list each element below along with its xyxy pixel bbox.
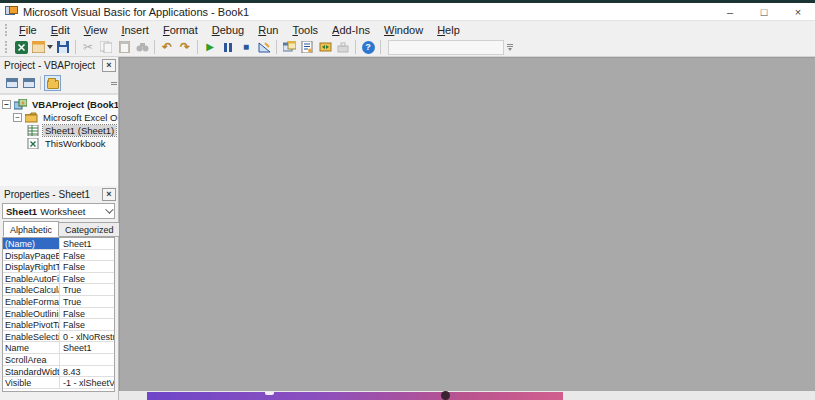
properties-panel-title: Properties - Sheet1 [4, 189, 90, 200]
property-value[interactable]: Sheet1 [60, 342, 114, 353]
property-name: EnableCalculation [3, 284, 60, 295]
menu-debug[interactable]: Debug [205, 23, 251, 37]
tab-categorized[interactable]: Categorized [58, 222, 121, 237]
view-excel-button[interactable] [12, 39, 30, 56]
toolbar-overflow-button[interactable] [505, 40, 514, 55]
property-row[interactable]: EnablePivotTable False [3, 319, 114, 331]
menu-window[interactable]: Window [377, 23, 430, 37]
property-row[interactable]: DisplayPageBreak False [3, 250, 114, 262]
view-code-button[interactable] [3, 75, 20, 91]
property-row[interactable]: ScrollArea [3, 354, 114, 366]
property-row[interactable]: EnableSelection 0 - xlNoRestricti [3, 331, 114, 343]
property-row[interactable]: Visible -1 - xlSheetVisib [3, 377, 114, 389]
reset-icon: ■ [243, 42, 249, 52]
toggle-folders-button[interactable] [44, 75, 61, 91]
menu-insert[interactable]: Insert [114, 23, 156, 37]
tree-item-thisworkbook[interactable]: ThisWorkbook [0, 137, 118, 150]
object-selector-dropdown[interactable]: Sheet1 Worksheet [2, 203, 115, 219]
property-value[interactable] [60, 354, 114, 365]
property-value[interactable]: True [60, 284, 114, 295]
run-button[interactable]: ▶ [201, 39, 219, 56]
menu-view[interactable]: View [77, 23, 115, 37]
view-object-icon [23, 78, 35, 88]
property-value[interactable]: False [60, 273, 114, 284]
redo-button[interactable]: ↷ [176, 39, 194, 56]
menu-file[interactable]: File [12, 23, 44, 37]
property-value[interactable]: 0 - xlNoRestricti [60, 331, 114, 342]
tree-item-vbaproject[interactable]: − VBAProject (Book1) [0, 98, 118, 111]
undo-button[interactable]: ↶ [158, 39, 176, 56]
property-row[interactable]: StandardWidth 8.43 [3, 366, 114, 378]
menu-run[interactable]: Run [251, 23, 285, 37]
toolbar-grip[interactable] [5, 41, 9, 53]
property-name: StandardWidth [3, 366, 60, 377]
project-panel-close-button[interactable]: × [102, 59, 116, 72]
menubar-grip[interactable] [5, 24, 9, 36]
break-button[interactable] [219, 39, 237, 56]
property-value[interactable]: False [60, 261, 114, 272]
tree-item-label: Sheet1 (Sheet1) [43, 125, 116, 136]
property-name: DisplayRightToLef [3, 261, 60, 272]
cut-icon: ✂ [83, 41, 93, 53]
object-browser-icon [319, 41, 332, 53]
properties-window-icon [301, 41, 313, 53]
copy-button[interactable] [97, 39, 115, 56]
object-browser-button[interactable] [316, 39, 334, 56]
properties-window-button[interactable] [298, 39, 316, 56]
properties-panel-titlebar[interactable]: Properties - Sheet1 × [0, 186, 118, 202]
property-row[interactable]: (Name) Sheet1 [3, 238, 114, 250]
minimize-button[interactable]: – [713, 3, 747, 20]
help-button[interactable]: ? [359, 39, 377, 56]
paste-button[interactable] [115, 39, 133, 56]
excel-view-icon [15, 41, 28, 54]
tree-item-label: ThisWorkbook [43, 138, 108, 149]
property-row[interactable]: Name Sheet1 [3, 342, 114, 354]
menu-addins[interactable]: Add-Ins [325, 23, 377, 37]
collapse-icon[interactable]: − [2, 100, 11, 109]
menu-help[interactable]: Help [430, 23, 467, 37]
project-panel-title: Project - VBAProject [4, 60, 95, 71]
menu-format[interactable]: Format [156, 23, 205, 37]
properties-panel-close-button[interactable]: × [102, 188, 116, 201]
find-button[interactable] [133, 39, 151, 56]
insert-userform-button[interactable] [30, 39, 54, 56]
property-name: EnablePivotTable [3, 319, 60, 330]
menu-edit[interactable]: Edit [44, 23, 77, 37]
maximize-button[interactable]: □ [747, 3, 781, 20]
toolbox-button[interactable] [334, 39, 352, 56]
save-icon [57, 41, 69, 53]
close-button[interactable]: × [781, 3, 815, 20]
design-mode-button[interactable] [255, 39, 273, 56]
property-row[interactable]: EnableFormatCon True [3, 296, 114, 308]
project-panel-titlebar[interactable]: Project - VBAProject × [0, 57, 118, 73]
property-value[interactable]: -1 - xlSheetVisib [60, 377, 114, 388]
reset-button[interactable]: ■ [237, 39, 255, 56]
cut-button[interactable]: ✂ [79, 39, 97, 56]
property-value[interactable]: 8.43 [60, 366, 114, 377]
menu-tools[interactable]: Tools [285, 23, 325, 37]
property-row[interactable]: EnableOutlining False [3, 308, 114, 320]
property-row[interactable]: DisplayRightToLef False [3, 261, 114, 273]
property-value[interactable]: False [60, 319, 114, 330]
collapse-icon[interactable]: − [13, 113, 22, 122]
property-name: EnableAutoFilter [3, 273, 60, 284]
property-row[interactable]: EnableAutoFilter False [3, 273, 114, 285]
project-toolbar-overflow[interactable] [109, 76, 118, 91]
tree-item-sheet1[interactable]: Sheet1 (Sheet1) [0, 124, 118, 137]
toolbar-empty-area [388, 40, 504, 55]
tree-item-excel-objects[interactable]: − Microsoft Excel Objects [0, 111, 118, 124]
project-explorer-button[interactable] [280, 39, 298, 56]
background-window-gradient-bar [147, 392, 563, 400]
chevron-down-icon [47, 45, 53, 49]
property-value[interactable]: Sheet1 [60, 238, 114, 249]
find-icon [136, 42, 149, 53]
property-value[interactable]: False [60, 250, 114, 261]
view-object-button[interactable] [20, 75, 37, 91]
property-value[interactable]: True [60, 296, 114, 307]
property-row[interactable]: EnableCalculation True [3, 284, 114, 296]
property-value[interactable]: False [60, 308, 114, 319]
tab-alphabetic[interactable]: Alphabetic [3, 221, 59, 237]
maximize-icon: □ [761, 6, 768, 18]
selected-object-name: Sheet1 [6, 206, 37, 217]
save-button[interactable] [54, 39, 72, 56]
